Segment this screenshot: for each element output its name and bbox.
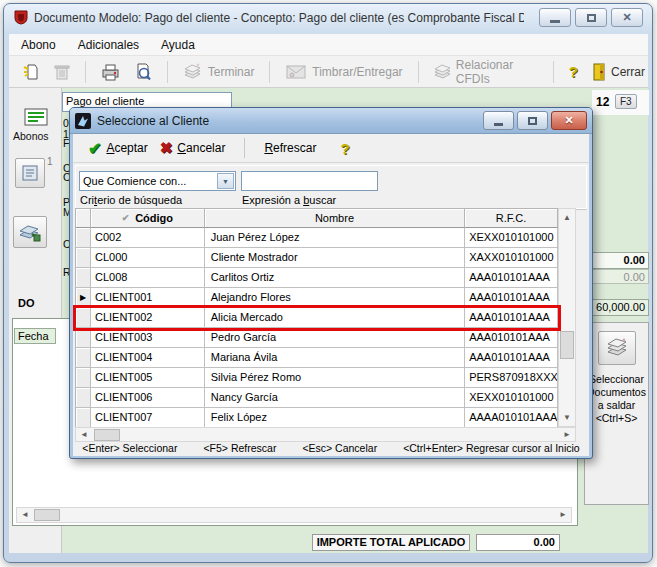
close-button[interactable]: ✕ (611, 8, 643, 27)
cell-nom[interactable]: Nancy García (205, 388, 465, 408)
search-criteria-combo[interactable]: Que Comience con... ▼ (79, 171, 236, 191)
cell-cod[interactable]: CLIENT003 (91, 328, 205, 348)
restore-button[interactable] (575, 8, 607, 27)
table-header: ✔ Código Nombre R.F.C. (76, 209, 558, 228)
delete-button[interactable] (51, 61, 73, 83)
terminar-button[interactable]: Terminar (180, 61, 258, 82)
table-row[interactable]: CLIENT007Felix LópezAAAA010101AAA (76, 408, 558, 428)
chevron-down-icon[interactable]: ▼ (217, 173, 234, 189)
cell-cod[interactable]: CLIENT002 (91, 308, 205, 328)
minimize-button[interactable] (539, 8, 571, 27)
cell-nom[interactable]: Felix López (205, 408, 465, 428)
table-row[interactable]: CL008Carlitos OrtizAAA010101AAA (76, 268, 558, 288)
column-header-nombre[interactable]: Nombre (205, 209, 465, 228)
scrollbar-thumb[interactable] (560, 331, 574, 359)
dialog-help-button[interactable]: ? (337, 138, 352, 159)
cell-nom[interactable]: Alicia Mercado (205, 308, 465, 328)
cell-rfc[interactable]: XAXX010101000 (465, 248, 558, 268)
table-row[interactable]: CLIENT003Pedro GarcíaAAA010101AAA (76, 328, 558, 348)
table-h-scrollbar[interactable]: ◄ ► (75, 427, 576, 442)
fecha-column-header[interactable]: Fecha (14, 328, 56, 344)
cell-nom[interactable]: Juan Pérez López (205, 228, 465, 248)
row-selector[interactable]: ▶ (76, 288, 91, 308)
f3-button[interactable]: F3 (615, 94, 637, 109)
dialog-minimize-button[interactable] (483, 111, 514, 130)
cancelar-button[interactable]: ✖ Cancelar (157, 137, 229, 159)
relacionar-cfdis-button[interactable]: Relacionar CFDIs (430, 56, 541, 88)
row-selector[interactable] (76, 228, 91, 248)
scroll-down-icon[interactable]: ▼ (559, 410, 575, 425)
scrollbar-thumb[interactable] (34, 509, 60, 521)
row-selector[interactable] (76, 268, 91, 288)
cell-rfc[interactable]: AAA010101AAA (465, 288, 558, 308)
table-row[interactable]: CLIENT006Nancy GarcíaXEXX010101000 (76, 388, 558, 408)
dialog-close-button[interactable]: ✕ (551, 111, 587, 130)
row-selector[interactable] (76, 368, 91, 388)
cell-nom[interactable]: Cliente Mostrador (205, 248, 465, 268)
cell-rfc[interactable]: XEXX010101000 (465, 388, 558, 408)
documents-h-scrollbar[interactable]: ◄ ► (16, 507, 572, 523)
column-header-rfc[interactable]: R.F.C. (465, 209, 558, 228)
table-row[interactable]: CLIENT005Silvia Pérez RomoPERS870918XXX (76, 368, 558, 388)
menu-abono[interactable]: Abono (21, 38, 56, 52)
cell-cod[interactable]: CLIENT007 (91, 408, 205, 428)
cell-rfc[interactable]: AAAA010101AAA (465, 408, 558, 428)
table-row[interactable]: C002Juan Pérez LópezXEXX010101000 (76, 228, 558, 248)
menu-adicionales[interactable]: Adicionales (78, 38, 139, 52)
scroll-right-icon[interactable]: ► (555, 508, 571, 522)
cell-cod[interactable]: C002 (91, 228, 205, 248)
row-selector[interactable] (76, 388, 91, 408)
row-selector[interactable] (76, 248, 91, 268)
table-v-scrollbar[interactable]: ▲ ▼ (558, 208, 576, 427)
scrollbar-thumb[interactable] (94, 429, 120, 441)
cell-rfc[interactable]: AAA010101AAA (465, 328, 558, 348)
menu-bar: Abono Adicionales Ayuda (9, 34, 648, 56)
dialog-maximize-button[interactable] (517, 111, 548, 130)
mail-icon (285, 63, 307, 81)
cell-nom[interactable]: Silvia Pérez Romo (205, 368, 465, 388)
cell-rfc[interactable]: PERS870918XXX (465, 368, 558, 388)
table-row[interactable]: CL000Cliente MostradorXAXX010101000 (76, 248, 558, 268)
cerrar-button[interactable]: Cerrar (589, 61, 648, 83)
cell-rfc[interactable]: AAA010101AAA (465, 268, 558, 288)
scroll-right-icon[interactable]: ► (559, 428, 575, 442)
scroll-up-icon[interactable]: ▲ (559, 210, 575, 225)
notes-button[interactable] (15, 158, 45, 188)
cell-cod[interactable]: CLIENT001 (91, 288, 205, 308)
new-document-button[interactable] (19, 61, 43, 83)
row-selector[interactable] (76, 348, 91, 368)
print-preview-button[interactable] (131, 61, 155, 83)
documents-tool-button[interactable] (13, 216, 47, 248)
scroll-left-icon[interactable]: ◄ (17, 508, 33, 522)
refrescar-button[interactable]: Refrescar (261, 139, 319, 157)
cell-rfc[interactable]: XEXX010101000 (465, 228, 558, 248)
menu-ayuda[interactable]: Ayuda (161, 38, 195, 52)
cell-cod[interactable]: CLIENT006 (91, 388, 205, 408)
row-selector[interactable] (76, 328, 91, 348)
cell-rfc[interactable]: AAA010101AAA (465, 308, 558, 328)
cell-nom[interactable]: Carlitos Ortiz (205, 268, 465, 288)
scroll-left-icon[interactable]: ◄ (76, 428, 92, 442)
stacked-documents-icon (605, 338, 629, 358)
row-selector[interactable] (76, 308, 91, 328)
table-row[interactable]: ▶CLIENT001Alejandro FloresAAA010101AAA (76, 288, 558, 308)
column-header-codigo[interactable]: ✔ Código (91, 209, 205, 228)
aceptar-button[interactable]: ✔ Aceptar (85, 137, 151, 160)
select-documents-button[interactable] (598, 331, 636, 365)
cell-cod[interactable]: CLIENT004 (91, 348, 205, 368)
cell-nom[interactable]: Alejandro Flores (205, 288, 465, 308)
cell-nom[interactable]: Pedro García (205, 328, 465, 348)
print-button[interactable] (98, 61, 123, 83)
timbrar-entregar-button[interactable]: Timbrar/Entregar (282, 61, 405, 83)
cell-cod[interactable]: CLIENT005 (91, 368, 205, 388)
help-button[interactable]: ? (566, 61, 581, 82)
stacked-documents-icon (433, 63, 450, 80)
cell-cod[interactable]: CL000 (91, 248, 205, 268)
cell-nom[interactable]: Mariana Ávila (205, 348, 465, 368)
search-expression-input[interactable] (241, 171, 378, 191)
table-row-highlighted[interactable]: CLIENT002Alicia MercadoAAA010101AAA (76, 308, 558, 328)
cell-rfc[interactable]: AAA010101AAA (465, 348, 558, 368)
cell-cod[interactable]: CL008 (91, 268, 205, 288)
row-selector[interactable] (76, 408, 91, 428)
table-row[interactable]: CLIENT004Mariana ÁvilaAAA010101AAA (76, 348, 558, 368)
